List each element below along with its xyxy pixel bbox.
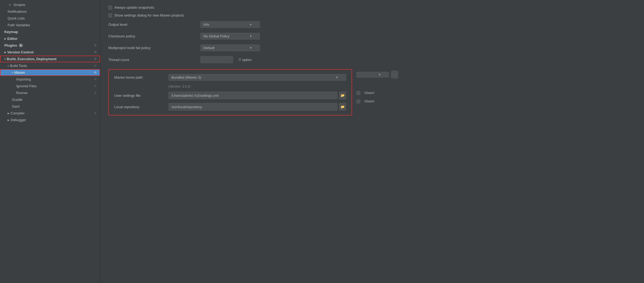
dropdown-arrow-icon: ▼: [378, 73, 381, 76]
sidebar-item-label: Notifications: [8, 9, 27, 14]
user-settings-file-row: User settings file: 📂: [114, 92, 346, 99]
multiproject-fail-policy-dropdown[interactable]: Default ▼: [200, 44, 260, 51]
sidebar-item-quick-lists[interactable]: Quick Lists: [0, 15, 100, 22]
maven-home-override-row: ▼ …: [356, 71, 438, 78]
local-repo-override-row: Overri: [356, 99, 438, 103]
dropdown-arrow-icon: ▼: [249, 46, 252, 49]
thread-count-input[interactable]: [200, 56, 233, 63]
sidebar-item-label: Quick Lists: [8, 16, 25, 20]
sidebar-item-gradle[interactable]: Gradle: [0, 96, 100, 103]
local-repository-label: Local repository:: [114, 105, 168, 109]
chevron-right-icon: ▶: [8, 112, 9, 115]
thread-count-control: -T option: [200, 56, 252, 63]
settings-icon: ⚙: [8, 2, 12, 7]
local-repository-row: Local repository: 📂: [114, 103, 346, 111]
thread-count-label: Thread count: [108, 58, 200, 62]
maven-home-path-value: Bundled (Maven 3): [171, 75, 201, 79]
sidebar-item-label: Debugger: [11, 118, 26, 122]
user-settings-override-row: Overri: [356, 91, 438, 95]
checksum-policy-control: No Global Policy ▼: [200, 33, 260, 40]
checksum-policy-dropdown[interactable]: No Global Policy ▼: [200, 33, 260, 40]
compiler-settings-icon: ⚙: [94, 111, 97, 115]
sidebar-item-debugger[interactable]: ▶ Debugger: [0, 117, 100, 123]
maven-home-override-dropdown[interactable]: ▼: [356, 72, 389, 78]
dropdown-arrow-icon: ▼: [336, 76, 338, 79]
maven-paths-section: Maven home path: Bundled (Maven 3) ▼ (Ve…: [108, 69, 352, 115]
chevron-right-icon: ▶: [4, 51, 6, 54]
always-update-snapshots-row: Always update snapshots: [108, 5, 636, 9]
user-settings-override-label: Overri: [365, 91, 374, 95]
sidebar-item-build-execution-deployment[interactable]: ▾ Build, Execution, Deployment ⚙: [0, 56, 100, 62]
plugins-badge: 1: [19, 44, 23, 47]
show-settings-dialog-label: Show settings dialog for new Maven proje…: [114, 13, 184, 17]
sidebar-item-label: Scopes: [14, 3, 25, 7]
sidebar-item-scopes[interactable]: ⚙ Scopes: [0, 1, 100, 8]
sidebar-item-label: Build Tools: [10, 64, 27, 68]
sidebar-item-label: Editor: [7, 37, 18, 41]
maven-home-path-dropdown[interactable]: Bundled (Maven 3) ▼: [168, 74, 346, 81]
maven-home-path-label: Maven home path:: [114, 75, 168, 79]
importing-settings-icon: ⚙: [94, 78, 97, 81]
sidebar: ⚙ Scopes Notifications Quick Lists Path …: [0, 0, 100, 283]
always-update-snapshots-label: Always update snapshots: [114, 5, 154, 9]
sidebar-item-label: Maven: [14, 70, 25, 75]
sidebar-item-runner[interactable]: Runner ⚙: [0, 89, 100, 96]
show-settings-dialog-checkbox[interactable]: [108, 14, 112, 17]
output-level-label: Output level:: [108, 22, 200, 27]
thread-count-row: Thread count -T option: [108, 56, 636, 63]
sidebar-item-maven[interactable]: ▾ Maven ⚙: [0, 69, 100, 76]
sidebar-item-label: Gradle: [12, 98, 22, 102]
maven-home-browse-button[interactable]: …: [391, 71, 398, 78]
ignored-files-settings-icon: ⚙: [94, 84, 97, 88]
multiproject-fail-policy-value: Default: [203, 46, 214, 50]
sidebar-item-path-variables[interactable]: Path Variables: [0, 22, 100, 28]
sidebar-item-plugins[interactable]: Plugins 1 ⚙: [0, 42, 100, 49]
maven-version-text: (Version: 3.6.3): [114, 85, 346, 88]
build-tools-settings-icon: ⚙: [94, 64, 97, 67]
show-settings-dialog-row: Show settings dialog for new Maven proje…: [108, 13, 636, 17]
dropdown-arrow-icon: ▼: [249, 23, 252, 26]
user-settings-file-label: User settings file:: [114, 94, 168, 98]
user-settings-folder-button[interactable]: 📂: [339, 92, 346, 99]
local-repository-input[interactable]: [168, 103, 337, 111]
sidebar-item-ignored-files[interactable]: Ignored Files ⚙: [0, 83, 100, 89]
sidebar-item-build-tools[interactable]: ▾ Build Tools ⚙: [0, 62, 100, 69]
sidebar-item-gant[interactable]: Gant: [0, 103, 100, 110]
user-settings-file-input[interactable]: [168, 92, 337, 99]
maven-home-path-row: Maven home path: Bundled (Maven 3) ▼: [114, 74, 346, 81]
sidebar-item-label: Build, Execution, Deployment: [7, 57, 56, 61]
sidebar-item-editor[interactable]: ▶ Editor: [0, 35, 100, 42]
output-level-control: Info ▼: [200, 21, 260, 28]
checksum-policy-label: Checksum policy:: [108, 34, 200, 38]
runner-settings-icon: ⚙: [94, 91, 97, 95]
always-update-snapshots-checkbox[interactable]: [108, 6, 112, 9]
sidebar-item-compiler[interactable]: ▶ Compiler ⚙: [0, 110, 100, 117]
chevron-down-icon: ▾: [12, 71, 13, 74]
settings-area: Always update snapshots Show settings di…: [100, 0, 644, 283]
sidebar-item-keymap[interactable]: Keymap: [0, 28, 100, 35]
output-level-dropdown[interactable]: Info ▼: [200, 21, 260, 28]
dropdown-arrow-icon: ▼: [249, 35, 252, 38]
user-settings-override-checkbox[interactable]: [356, 91, 360, 95]
sidebar-item-label: Compiler: [11, 111, 25, 115]
sidebar-item-label: Keymap: [4, 30, 18, 34]
sidebar-item-label: Path Variables: [8, 23, 30, 27]
multiproject-fail-policy-label: Multiproject build fail policy:: [108, 46, 200, 50]
sidebar-item-label: Gant: [12, 104, 19, 108]
sidebar-item-label: Plugins: [4, 43, 17, 47]
sidebar-item-importing[interactable]: Importing ⚙: [0, 76, 100, 83]
local-repo-override-checkbox[interactable]: [356, 99, 360, 103]
main-content: Always update snapshots Show settings di…: [100, 0, 644, 283]
local-repository-folder-button[interactable]: 📂: [339, 103, 346, 111]
sidebar-item-label: Ignored Files: [16, 84, 37, 88]
output-level-row: Output level: Info ▼: [108, 21, 636, 28]
chevron-right-icon: ▶: [8, 119, 9, 121]
sidebar-item-label: Runner: [16, 91, 28, 95]
sidebar-item-label: Version Control: [7, 50, 34, 54]
override-area: ▼ … Overri Overri: [356, 68, 438, 103]
version-control-settings-icon: ⚙: [94, 50, 97, 54]
multiproject-fail-policy-control: Default ▼: [200, 44, 260, 51]
multiproject-fail-policy-row: Multiproject build fail policy: Default …: [108, 44, 636, 51]
sidebar-item-notifications[interactable]: Notifications: [0, 8, 100, 15]
sidebar-item-version-control[interactable]: ▶ Version Control ⚙: [0, 49, 100, 56]
